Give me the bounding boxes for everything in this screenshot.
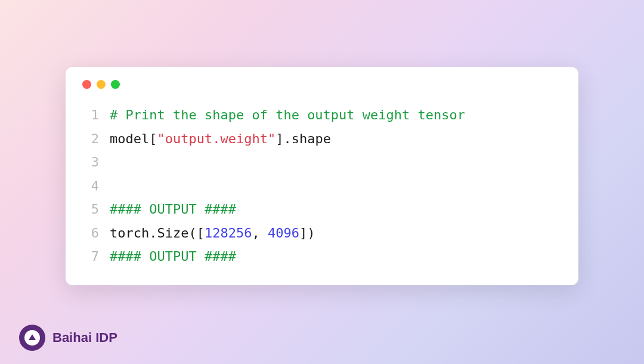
code-text: #### OUTPUT ####: [110, 245, 236, 269]
line-number: 6: [82, 221, 99, 245]
code-segment-default: ]): [299, 226, 315, 240]
code-segment-comment: # Print the shape of the output weight t…: [110, 107, 465, 122]
code-text: model["output.weight"].shape: [110, 127, 331, 151]
line-number: 3: [82, 150, 99, 174]
maximize-icon: [111, 80, 120, 89]
code-text: [110, 174, 117, 198]
line-number: 2: [82, 127, 99, 151]
code-line: 3: [82, 150, 562, 174]
code-text: torch.Size([128256, 4096]): [110, 221, 315, 245]
code-line: 5#### OUTPUT ####: [82, 198, 562, 221]
code-text: # Print the shape of the output weight t…: [110, 103, 465, 127]
logo-icon: [19, 325, 45, 351]
code-window: 1# Print the shape of the output weight …: [66, 67, 578, 285]
code-segment-string: "output.weight": [157, 131, 275, 146]
minimize-icon: [97, 80, 106, 89]
logo-text: Baihai IDP: [52, 330, 117, 346]
code-text: #### OUTPUT ####: [110, 198, 236, 221]
code-segment-comment: #### OUTPUT ####: [110, 202, 236, 217]
code-segment-number: 4096: [268, 226, 299, 240]
window-controls: [82, 80, 562, 89]
code-segment-default: ].shape: [275, 131, 331, 146]
code-segment-default: torch.Size([: [110, 226, 205, 240]
code-segment-comment: #### OUTPUT ####: [110, 249, 236, 264]
line-number: 5: [82, 198, 99, 221]
line-number: 7: [82, 245, 99, 269]
code-segment-default: model[: [110, 131, 157, 146]
code-segment-default: ,: [252, 226, 268, 240]
line-number: 1: [82, 103, 99, 127]
line-number: 4: [82, 174, 99, 198]
code-line: 2model["output.weight"].shape: [82, 127, 562, 151]
logo-area: Baihai IDP: [19, 325, 117, 351]
close-icon: [82, 80, 91, 89]
code-text: [110, 150, 117, 174]
code-segment-number: 128256: [205, 226, 252, 240]
code-line: 6torch.Size([128256, 4096]): [82, 221, 562, 245]
code-line: 4: [82, 174, 562, 198]
code-content: 1# Print the shape of the output weight …: [82, 103, 562, 269]
code-line: 1# Print the shape of the output weight …: [82, 103, 562, 127]
code-line: 7#### OUTPUT ####: [82, 245, 562, 269]
